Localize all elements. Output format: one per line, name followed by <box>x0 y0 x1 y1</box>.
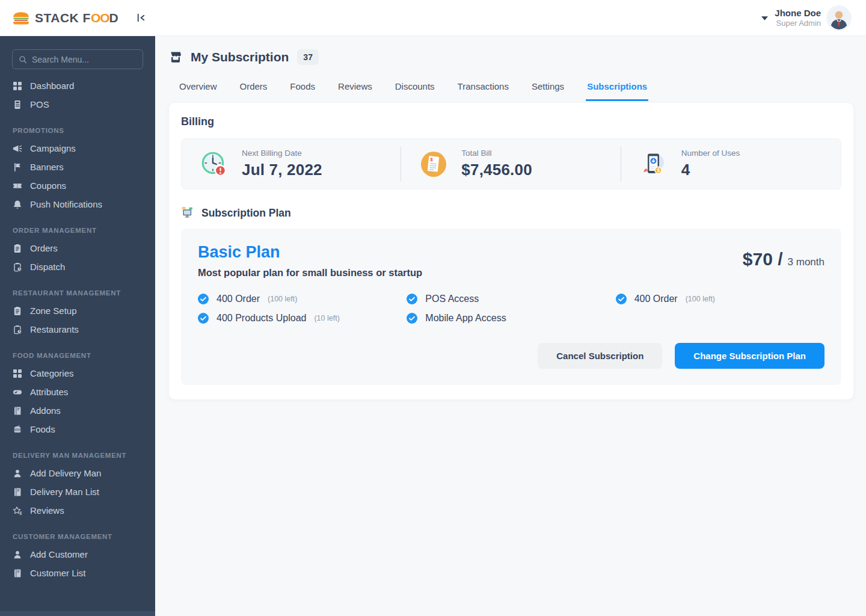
stat-label: Total Bill <box>461 149 532 158</box>
billing-stat-next-billing-date: Next Billing DateJul 7, 2022 <box>182 139 401 189</box>
sidebar-item-push-notifications[interactable]: Push Notifications <box>0 195 155 214</box>
sidebar-item-coupons[interactable]: Coupons <box>0 176 155 195</box>
check-icon <box>198 313 209 324</box>
check-icon <box>407 294 417 304</box>
sidebar-item-reviews[interactable]: Reviews <box>0 501 155 520</box>
plan-features: 400 Order(100 left)400 Products Upload(1… <box>198 294 825 324</box>
search-input[interactable] <box>32 55 141 64</box>
user-name: Jhone Doe <box>775 8 821 19</box>
subscription-card: Billing Next Billing DateJul 7, 2022$Tot… <box>169 103 853 399</box>
sidebar-item-label: Coupons <box>30 180 66 191</box>
plan-description: Most popular plan for small business or … <box>198 267 422 279</box>
user-role: Super Admin <box>775 19 821 28</box>
sidebar-item-label: POS <box>30 99 49 109</box>
check-icon <box>616 294 627 304</box>
menu-search[interactable] <box>12 49 143 69</box>
sidebar-section-title: ORDER MANAGEMENT <box>0 214 155 239</box>
sidebar-item-dispatch[interactable]: Dispatch <box>0 257 155 276</box>
toggle-icon <box>13 387 22 397</box>
plan-feature: 400 Order(100 left) <box>616 294 825 304</box>
tab-transactions[interactable]: Transactions <box>456 81 510 101</box>
clipboard-icon <box>13 244 22 253</box>
user-menu[interactable]: Jhone Doe Super Admin <box>761 0 850 36</box>
sidebar-item-label: Reviews <box>30 505 64 516</box>
sidebar-item-zone-setup[interactable]: Zone Setup <box>0 301 155 320</box>
plan-name: Basic Plan <box>198 243 422 262</box>
feature-text: POS Access <box>425 294 479 304</box>
sidebar: DashboardPOSPROMOTIONSCampaignsBannersCo… <box>0 36 155 616</box>
plan-price: $70 / 3 month <box>743 249 825 270</box>
plan-feature: 400 Order(100 left) <box>198 294 407 304</box>
sidebar-item-add-delivery-man[interactable]: Add Delivery Man <box>0 464 155 482</box>
plan-feature: 400 Products Upload(10 left) <box>198 313 407 324</box>
brand-logo[interactable]: STACK FOOD <box>12 0 118 36</box>
phone-dollar-icon: $ <box>639 150 668 179</box>
feature-text: 400 Order <box>216 294 260 304</box>
sidebar-item-label: Categories <box>30 368 74 378</box>
sidebar-item-customer-list[interactable]: Customer List <box>0 564 155 582</box>
sidebar-item-categories[interactable]: Categories <box>0 364 155 383</box>
sidebar-section-title: DELIVERY MAN MANAGEMENT <box>0 439 155 464</box>
sidebar-item-addons[interactable]: Addons <box>0 401 155 420</box>
plan-feature: POS Access <box>407 294 615 304</box>
storefront-icon <box>169 51 182 64</box>
book-icon <box>13 406 22 416</box>
sidebar-item-label: Addons <box>30 405 61 416</box>
sidebar-item-label: Add Customer <box>30 549 88 559</box>
sidebar-item-label: Add Delivery Man <box>30 468 101 478</box>
billing-stat-total-bill: $Total Bill$7,456.00 <box>401 139 621 189</box>
sidebar-section-title: PROMOTIONS <box>0 114 155 139</box>
change-subscription-plan-button[interactable]: Change Subscription Plan <box>675 343 825 369</box>
sidebar-item-label: Banners <box>30 162 64 172</box>
sidebar-partial-item[interactable] <box>0 611 155 616</box>
topbar: STACK FOOD Jhone Doe Super Admin <box>0 0 866 36</box>
tab-settings[interactable]: Settings <box>530 81 565 101</box>
tab-reviews[interactable]: Reviews <box>337 81 373 101</box>
subscription-plan-heading: Subscription Plan <box>201 207 291 220</box>
sidebar-item-campaigns[interactable]: Campaigns <box>0 139 155 158</box>
bell-icon <box>13 200 22 209</box>
tab-orders[interactable]: Orders <box>239 81 269 101</box>
sidebar-item-label: Foods <box>30 424 55 434</box>
monitor-chat-icon <box>181 206 194 220</box>
tab-foods[interactable]: Foods <box>289 81 316 101</box>
plan-top: Basic Plan Most popular plan for small b… <box>198 243 825 279</box>
tab-bar: OverviewOrdersFoodsReviewsDiscountsTrans… <box>169 81 853 101</box>
sidebar-item-foods[interactable]: Foods <box>0 420 155 439</box>
sidebar-item-orders[interactable]: Orders <box>0 239 155 257</box>
cancel-subscription-button[interactable]: Cancel Subscription <box>538 343 662 369</box>
sidebar-item-label: Zone Setup <box>30 306 77 316</box>
feature-note: (10 left) <box>314 314 339 322</box>
check-icon <box>198 294 209 304</box>
svg-text:$: $ <box>657 167 660 173</box>
feature-text: 400 Order <box>634 294 678 304</box>
sidebar-item-pos[interactable]: POS <box>0 95 155 114</box>
tab-subscriptions[interactable]: Subscriptions <box>586 81 648 101</box>
subscription-plan-head: Subscription Plan <box>181 206 841 220</box>
tab-overview[interactable]: Overview <box>178 81 218 101</box>
brand-name: STACK FOOD <box>35 11 118 25</box>
sidebar-item-delivery-man-list[interactable]: Delivery Man List <box>0 482 155 501</box>
sidebar-item-label: Attributes <box>30 387 68 397</box>
sidebar-item-restaurants[interactable]: Restaurants <box>0 320 155 339</box>
clipboard-clock-icon <box>13 325 22 334</box>
price-amount: $70 / <box>743 249 783 270</box>
sidebar-item-label: Restaurants <box>30 324 79 334</box>
grid-icon <box>13 369 22 378</box>
stat-label: Next Billing Date <box>242 149 322 158</box>
clock-alert-icon <box>200 150 229 179</box>
sidebar-item-label: Delivery Man List <box>30 487 99 497</box>
sidebar-item-banners[interactable]: Banners <box>0 158 155 176</box>
sidebar-item-label: Push Notifications <box>30 199 102 209</box>
tab-discounts[interactable]: Discounts <box>394 81 436 101</box>
sidebar-item-dashboard[interactable]: Dashboard <box>0 76 155 95</box>
sidebar-collapse-icon[interactable] <box>135 13 146 23</box>
sidebar-item-attributes[interactable]: Attributes <box>0 383 155 401</box>
page-head: My Subscription 37 <box>169 49 853 65</box>
person-icon <box>13 550 22 559</box>
sidebar-item-add-customer[interactable]: Add Customer <box>0 545 155 564</box>
billing-panel: Next Billing DateJul 7, 2022$Total Bill$… <box>181 138 841 189</box>
ticket-icon <box>13 181 22 191</box>
sidebar-item-label: Campaigns <box>30 143 76 153</box>
sidebar-section-title: CUSTOMER MANAGEMENT <box>0 520 155 545</box>
